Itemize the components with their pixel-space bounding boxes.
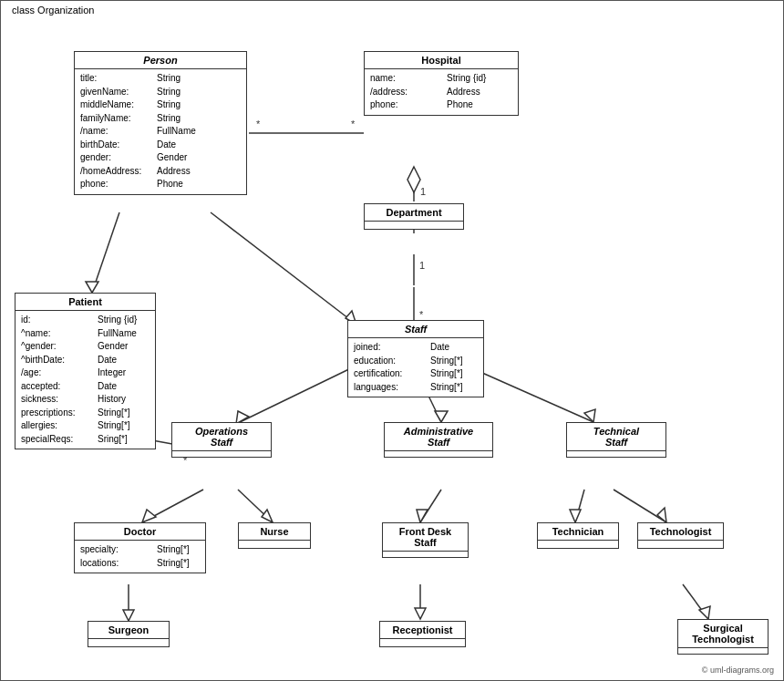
svg-marker-34 — [657, 508, 666, 522]
class-technologist-body — [638, 541, 723, 548]
svg-marker-38 — [415, 608, 426, 619]
class-tech-staff-header: Technical Staff — [567, 423, 665, 451]
svg-marker-28 — [262, 510, 273, 522]
svg-line-31 — [575, 490, 584, 522]
class-hospital-header: Hospital — [365, 52, 518, 69]
svg-marker-13 — [86, 282, 98, 293]
class-patient: Patient id:String {id} ^name:FullName ^g… — [15, 293, 156, 449]
class-patient-header: Patient — [15, 294, 155, 311]
svg-line-39 — [683, 584, 708, 619]
class-doctor: Doctor specialty:String[*] locations:Str… — [74, 522, 206, 573]
svg-line-19 — [236, 366, 356, 424]
class-nurse-body — [239, 541, 310, 548]
svg-marker-36 — [123, 610, 134, 621]
svg-line-27 — [238, 490, 273, 522]
class-ops-body — [172, 451, 271, 457]
class-nurse-header: Nurse — [239, 523, 310, 541]
class-receptionist-header: Receptionist — [380, 622, 465, 639]
svg-line-14 — [211, 212, 356, 325]
class-surgeon-header: Surgeon — [88, 622, 169, 639]
class-doctor-body: specialty:String[*] locations:String[*] — [75, 541, 205, 573]
class-tech-staff-body — [567, 451, 665, 457]
class-person-header: Person — [75, 52, 246, 69]
class-staff: Staff joined:Date education:String[*] ce… — [347, 320, 484, 397]
svg-marker-40 — [699, 606, 710, 619]
class-admin-staff: Administrative Staff — [384, 422, 493, 458]
svg-line-25 — [142, 490, 203, 522]
svg-marker-26 — [142, 510, 156, 522]
class-staff-body: joined:Date education:String[*] certific… — [348, 338, 483, 397]
svg-marker-32 — [570, 510, 581, 522]
copyright: © uml-diagrams.org — [702, 666, 774, 675]
svg-line-33 — [614, 490, 666, 522]
class-frontdesk-header: Front Desk Staff — [383, 523, 468, 552]
class-nurse: Nurse — [238, 522, 311, 549]
class-surgical-technologist: Surgical Technologist — [677, 619, 769, 655]
svg-marker-4 — [407, 167, 420, 192]
svg-text:*: * — [256, 119, 261, 129]
svg-text:1: 1 — [420, 186, 426, 197]
class-surgical-tech-header: Surgical Technologist — [678, 620, 768, 648]
class-receptionist-body — [380, 639, 465, 646]
class-technician-body — [538, 541, 618, 548]
class-operations-staff: Operations Staff — [171, 422, 272, 458]
svg-text:1: 1 — [419, 260, 425, 271]
class-department-header: Department — [365, 204, 463, 222]
svg-marker-22 — [435, 411, 448, 422]
class-ops-header: Operations Staff — [172, 423, 271, 451]
class-receptionist: Receptionist — [379, 621, 466, 647]
class-patient-body: id:String {id} ^name:FullName ^gender:Ge… — [15, 311, 155, 449]
class-person: Person title:String givenName:String mid… — [74, 51, 247, 195]
class-admin-body — [385, 451, 492, 457]
diagram-title: class Organization — [8, 5, 98, 15]
diagram-container: class Organization * * 1 * 1 * * * — [0, 0, 784, 681]
class-surgeon-body — [88, 639, 169, 646]
class-surgeon: Surgeon — [88, 621, 170, 647]
class-doctor-header: Doctor — [75, 523, 205, 541]
svg-text:*: * — [419, 309, 424, 320]
svg-marker-30 — [417, 510, 428, 522]
class-department: Department — [364, 203, 464, 230]
class-staff-header: Staff — [348, 321, 483, 338]
svg-line-12 — [92, 212, 119, 293]
class-frontdesk: Front Desk Staff — [382, 522, 469, 558]
svg-text:*: * — [351, 119, 356, 129]
class-technologist: Technologist — [637, 522, 724, 549]
svg-marker-24 — [584, 409, 595, 422]
svg-line-29 — [420, 490, 441, 522]
class-department-body — [365, 222, 463, 229]
svg-line-23 — [466, 366, 593, 422]
class-admin-header: Administrative Staff — [385, 423, 492, 451]
class-surgical-tech-body — [678, 648, 768, 654]
class-technician: Technician — [537, 522, 619, 549]
class-person-body: title:String givenName:String middleName… — [75, 69, 246, 194]
class-technologist-header: Technologist — [638, 523, 723, 541]
class-frontdesk-body — [383, 552, 468, 557]
class-technical-staff: Technical Staff — [566, 422, 666, 458]
class-hospital-body: name:String {id} /address:Address phone:… — [365, 69, 518, 115]
class-hospital: Hospital name:String {id} /address:Addre… — [364, 51, 519, 116]
class-technician-header: Technician — [538, 523, 618, 541]
